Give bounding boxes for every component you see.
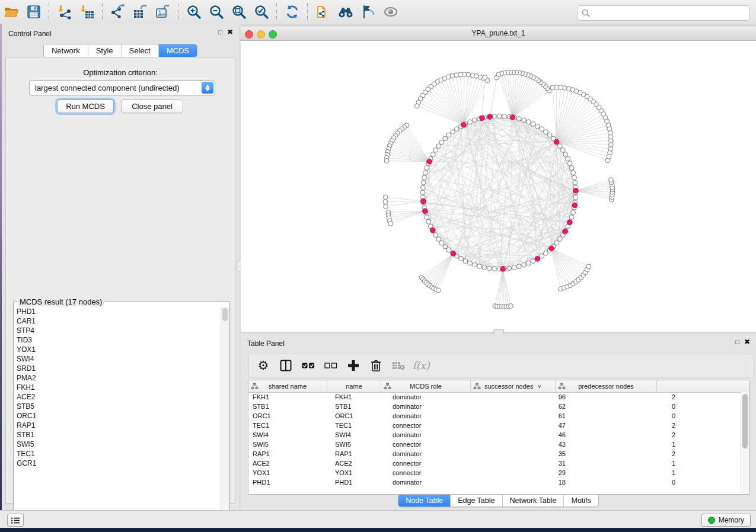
delete-column-button[interactable] [366,357,386,374]
column-header-predecessor-nodes[interactable]: predecessor nodes [556,380,657,392]
export-image-button[interactable] [152,2,174,22]
close-panel-icon[interactable]: ✖ [744,338,750,345]
export-image-icon [155,4,171,20]
desktop-wallpaper-strip [0,528,756,532]
tab-network-table[interactable]: Network Table [503,495,564,507]
column-header-MCDS-role[interactable]: MCDS role [381,380,471,392]
tab-style[interactable]: Style [88,44,122,57]
column-header-successor-nodes[interactable]: successor nodes∨ [471,380,556,392]
mcds-result-item[interactable]: CAR1 [14,316,221,326]
mcds-result-item[interactable]: STB5 [14,402,221,411]
mcds-result-item[interactable]: PHD1 [14,307,221,316]
task-history-button[interactable] [7,514,24,527]
tab-motifs[interactable]: Motifs [564,495,598,507]
export-table-button[interactable] [129,2,152,22]
float-panel-icon[interactable]: □ [735,339,739,345]
zoom-in-button[interactable] [183,2,205,22]
search-field[interactable] [577,5,750,21]
hide-graphics-details-button[interactable] [357,2,379,22]
zoom-out-button[interactable] [205,2,228,22]
table-row[interactable]: YOX1YOX1connector291 [248,468,749,477]
table-row[interactable]: TEC1TEC1connector472 [248,421,749,430]
open-session-button[interactable] [0,2,23,22]
close-panel-icon[interactable]: ✖ [227,28,233,36]
delete-table-button[interactable] [388,357,409,374]
mcds-result-item[interactable]: SRD1 [14,364,221,373]
run-mcds-button[interactable]: Run MCDS [57,100,114,113]
table-cell: dominator [388,477,481,487]
close-panel-button[interactable]: Close panel [121,100,183,113]
criterion-select[interactable]: largest connected component (undirected) [29,80,215,95]
network-graph[interactable] [241,40,756,332]
gear-icon: ⚙ [258,360,269,372]
mcds-result-item[interactable]: TEC1 [14,449,221,459]
apply-layout-button[interactable] [281,2,304,22]
tab-edge-table[interactable]: Edge Table [451,495,502,507]
export-network-button[interactable] [107,2,129,22]
mcds-scrollbar-thumb[interactable] [222,308,228,321]
table-row[interactable]: FKH1FKH1dominator962 [248,392,749,402]
table-cell: 2 [575,449,684,459]
network-window-titlebar[interactable]: YPA_prune.txt_1 [241,27,756,41]
table-scrollbar[interactable] [741,392,749,493]
table-row[interactable]: PHD1PHD1dominator180 [248,477,749,487]
table-row[interactable]: ACE2ACE2connector311 [248,459,749,468]
table-cell: FKH1 [248,392,331,402]
show-columns-button[interactable] [276,357,296,374]
deselect-all-button[interactable] [321,357,341,374]
table-settings-button[interactable]: ⚙ [253,357,273,374]
table-row[interactable]: SWI5SWI5connector431 [248,440,749,449]
mcds-result-item[interactable]: FKH1 [14,383,221,392]
table-cell: PHD1 [248,477,331,487]
column-header-shared-name[interactable]: shared name [248,380,327,392]
float-panel-icon[interactable]: □ [218,29,222,36]
mcds-result-item[interactable]: PMA2 [14,373,221,383]
tab-mcds[interactable]: MCDS [159,44,197,57]
mcds-result-item[interactable]: GCR1 [14,459,221,468]
import-network-button[interactable] [53,2,76,22]
table-row[interactable]: STB1STB1dominator620 [248,402,749,411]
add-column-button[interactable] [343,357,363,374]
mcds-result-item[interactable]: TID3 [14,335,221,345]
table-row[interactable]: RAP1RAP1dominator352 [248,449,749,459]
mcds-result-list: PHD1CAR1STP4TID3YOX1SWI4SRD1PMA2FKH1ACE2… [14,307,221,519]
select-all-button[interactable] [298,357,318,374]
table-scrollbar-thumb[interactable] [742,394,748,448]
mcds-result-item[interactable]: RAP1 [14,421,221,430]
memory-button[interactable]: Memory [701,514,751,527]
column-header-name[interactable]: name [327,380,381,392]
mcds-list-scrollbar[interactable] [221,307,229,519]
clone-network-button[interactable] [312,2,334,22]
function-builder-button[interactable]: f(x) [411,357,431,374]
mcds-result-item[interactable]: YOX1 [14,345,221,354]
zoom-out-icon [209,4,224,20]
memory-status-icon [708,517,715,524]
search-find-button[interactable] [334,2,357,22]
zoom-selected-button[interactable] [250,2,273,22]
memory-label: Memory [719,516,744,524]
save-session-button[interactable] [23,2,45,22]
search-input[interactable] [590,8,749,18]
birds-eye-view-button[interactable] [379,2,402,22]
checked-boxes-icon [302,362,315,369]
list-icon [11,517,20,524]
mcds-result-legend: MCDS result (17 nodes) [17,297,104,306]
table-row[interactable]: ORC1ORC1dominator610 [248,411,749,421]
table-cell: RAP1 [248,449,331,459]
tab-node-table[interactable]: Node Table [398,495,451,507]
table-row[interactable]: SWI4SWI4dominator462 [248,430,749,440]
mcds-result-item[interactable]: SWI5 [14,440,221,449]
zoom-fit-button[interactable] [228,2,250,22]
table-cell: connector [388,468,481,477]
table-cell: 96 [481,392,575,402]
mcds-result-item[interactable]: STP4 [14,326,221,335]
mcds-result-item[interactable]: ORC1 [14,411,221,421]
trash-icon [371,360,381,371]
mcds-result-item[interactable]: ACE2 [14,392,221,402]
import-table-button[interactable] [76,2,98,22]
tab-select[interactable]: Select [122,44,159,57]
tab-network[interactable]: Network [44,44,88,57]
table-cell: 61 [481,411,575,421]
mcds-result-item[interactable]: STB1 [14,430,221,440]
mcds-result-item[interactable]: SWI4 [14,354,221,364]
